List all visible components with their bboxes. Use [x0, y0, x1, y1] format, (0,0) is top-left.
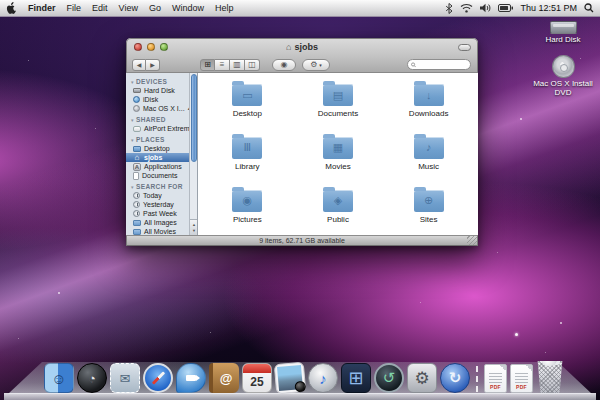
time-machine-dock-icon[interactable]: ↺ — [374, 363, 404, 393]
sidebar-item-past-week[interactable]: Past Week — [126, 209, 189, 218]
action-menu-button[interactable]: ⚙ ▾ — [302, 59, 330, 71]
sidebar-item-label: iDisk — [143, 96, 158, 103]
folder-desktop[interactable]: ▭ Desktop — [202, 75, 293, 128]
pdf-document-dock-icon[interactable]: PDF — [484, 364, 507, 393]
desktop-icon-install-dvd[interactable]: Mac OS X Install DVD — [527, 55, 599, 98]
disc-icon — [133, 105, 140, 112]
folder-icon: ▦ — [323, 137, 353, 159]
photo-booth-dock-icon[interactable] — [274, 362, 307, 395]
system-preferences-dock-icon[interactable]: ⚙ — [407, 363, 437, 393]
menu-clock[interactable]: Thu 12:51 PM — [520, 3, 577, 13]
folder-music[interactable]: ♪ Music — [383, 128, 474, 181]
search-field[interactable] — [407, 59, 471, 70]
finder-dock-icon[interactable]: ☺ — [44, 363, 74, 393]
sidebar-header-devices[interactable]: DEVICES — [126, 75, 189, 86]
sidebar-item-label: Documents — [142, 172, 177, 179]
sidebar-header-places[interactable]: PLACES — [126, 133, 189, 144]
folder-movies[interactable]: ▦ Movies — [293, 128, 384, 181]
zoom-button[interactable] — [160, 43, 168, 51]
ichat-dock-icon[interactable] — [176, 363, 206, 393]
sidebar-scrollbar[interactable]: ▲ ▼ — [189, 73, 197, 235]
folder-sites[interactable]: ⊕ Sites — [383, 180, 474, 233]
sidebar-item-label: All Movies — [144, 228, 176, 235]
folder-downloads[interactable]: ↓ Downloads — [383, 75, 474, 128]
view-switcher: ⊞ ≡ ▥ ◫ — [200, 59, 260, 71]
sidebar-item-hard-disk[interactable]: Hard Disk — [126, 86, 189, 95]
dock-shelf-front — [4, 393, 596, 400]
sidebar-item-applications[interactable]: A Applications — [126, 162, 189, 171]
address-book-dock-icon[interactable]: @ — [209, 363, 239, 393]
sidebar-header-search-for[interactable]: SEARCH FOR — [126, 180, 189, 191]
sidebar-header-shared[interactable]: SHARED — [126, 113, 189, 124]
menu-file[interactable]: File — [67, 3, 82, 13]
desktop[interactable]: Finder File Edit View Go Window Help Thu… — [0, 0, 600, 400]
folder-label: Documents — [318, 109, 358, 118]
dock-separator — [473, 365, 481, 393]
window-chrome[interactable]: ⌂ sjobs ◀ ▶ ⊞ ≡ ▥ ◫ ◉ ⚙ ▾ — [126, 38, 478, 73]
title-bar[interactable]: ⌂ sjobs — [127, 39, 477, 55]
quick-look-button[interactable]: ◉ — [272, 59, 296, 71]
spaces-dock-icon[interactable]: ⊞ — [341, 363, 371, 393]
menu-edit[interactable]: Edit — [92, 3, 108, 13]
compass-needle-icon — [151, 371, 164, 384]
menu-window[interactable]: Window — [172, 3, 204, 13]
scrollbar-arrows[interactable]: ▲ ▼ — [190, 219, 198, 235]
pdf-document-dock-icon[interactable]: PDF — [510, 364, 533, 393]
sync-sphere-dock-icon[interactable]: ↻ — [440, 363, 470, 393]
back-button[interactable]: ◀ — [132, 59, 146, 71]
sidebar-item-all-images[interactable]: All Images — [126, 218, 189, 227]
clock-icon — [133, 210, 140, 217]
folder-label: Sites — [420, 215, 438, 224]
safari-dock-icon[interactable] — [143, 363, 173, 393]
toolbar-toggle-button[interactable] — [458, 44, 471, 51]
menu-finder[interactable]: Finder — [28, 3, 56, 13]
bluetooth-icon[interactable] — [445, 3, 453, 14]
battery-icon[interactable] — [498, 4, 513, 12]
hard-disk-icon — [550, 21, 577, 34]
close-button[interactable] — [134, 43, 142, 51]
sidebar-item-idisk[interactable]: iDisk — [126, 95, 189, 104]
scrollbar-thumb[interactable] — [191, 74, 197, 162]
forward-button[interactable]: ▶ — [146, 59, 160, 71]
column-view-button[interactable]: ▥ — [230, 59, 245, 71]
spotlight-search-icon[interactable] — [584, 3, 594, 13]
apple-menu-icon[interactable] — [6, 2, 17, 14]
menu-help[interactable]: Help — [215, 3, 234, 13]
gear-icon: ⚙ — [310, 60, 317, 69]
ical-dock-icon[interactable]: 25 — [242, 363, 272, 393]
itunes-dock-icon[interactable]: ♪ — [308, 363, 338, 393]
library-emblem-icon: Ⅲ — [244, 142, 252, 153]
menu-go[interactable]: Go — [149, 3, 161, 13]
sidebar-item-desktop[interactable]: Desktop — [126, 144, 189, 153]
status-bar: 9 items, 62.71 GB available — [126, 235, 478, 246]
wifi-icon[interactable] — [460, 3, 473, 13]
chevron-down-icon: ▾ — [319, 62, 322, 68]
resize-grip[interactable] — [467, 235, 477, 245]
sidebar-item-all-movies[interactable]: All Movies — [126, 227, 189, 235]
sidebar-item-sjobs[interactable]: ⌂ sjobs — [126, 153, 197, 162]
sidebar-item-today[interactable]: Today — [126, 191, 189, 200]
icon-view-button[interactable]: ⊞ — [200, 59, 215, 71]
folder-public[interactable]: ◈ Public — [293, 180, 384, 233]
volume-icon[interactable] — [480, 3, 491, 13]
dashboard-dock-icon[interactable]: ◔ — [77, 363, 107, 393]
clock-icon — [133, 201, 140, 208]
finder-window: ⌂ sjobs ◀ ▶ ⊞ ≡ ▥ ◫ ◉ ⚙ ▾ — [126, 38, 478, 246]
trash-dock-icon[interactable] — [536, 361, 564, 393]
folder-documents[interactable]: ▤ Documents — [293, 75, 384, 128]
minimize-button[interactable] — [147, 43, 155, 51]
sidebar-item-install-dvd[interactable]: Mac OS X I... ▴ — [126, 104, 189, 113]
scroll-down-icon[interactable]: ▼ — [192, 228, 196, 234]
folder-icon: ◉ — [232, 190, 262, 212]
folder-library[interactable]: Ⅲ Library — [202, 128, 293, 181]
sidebar-item-airport-extreme[interactable]: AirPort Extreme — [126, 124, 189, 133]
folder-pictures[interactable]: ◉ Pictures — [202, 180, 293, 233]
mail-dock-icon[interactable]: ✉ — [110, 363, 140, 393]
coverflow-view-button[interactable]: ◫ — [245, 59, 260, 71]
menu-view[interactable]: View — [119, 3, 138, 13]
desktop-icon-hard-disk[interactable]: Hard Disk — [527, 21, 599, 45]
list-view-button[interactable]: ≡ — [215, 59, 230, 71]
sidebar-item-yesterday[interactable]: Yesterday — [126, 200, 189, 209]
sidebar-item-documents[interactable]: Documents — [126, 171, 189, 180]
search-input[interactable] — [418, 61, 467, 68]
